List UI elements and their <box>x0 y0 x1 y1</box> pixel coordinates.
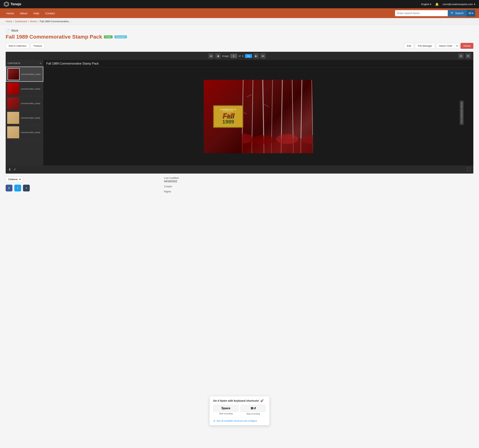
meta-right: Last modified 04/18/2022 Creator Rights <box>164 177 473 195</box>
main-content: 📄 Work Fall 1989 Commemorative Stamp Pac… <box>0 25 479 199</box>
attach-child-group: Attach Child ▾ <box>436 43 459 49</box>
file-manager-button[interactable]: File Manager <box>415 43 435 49</box>
deposited-badge: Deposited <box>114 35 127 38</box>
nav-contact[interactable]: Contact <box>43 10 58 16</box>
user-menu[interactable]: norm@curationexperts.com ▾ <box>443 3 475 6</box>
rights-label: Rights <box>164 190 473 193</box>
page-input[interactable]: 1 <box>230 54 237 58</box>
nav-about[interactable]: About <box>17 10 30 16</box>
viewer-container: ⏮ ◀ Image 1 of 6 Go ▶ ⏭ ⊞ ⚙ CONTENTS « <box>6 52 473 174</box>
notifications-bell[interactable]: 🔔 <box>435 2 439 6</box>
tumblr-button[interactable]: t <box>23 185 30 191</box>
meta-left: Citations: ▾ f t t <box>6 177 164 195</box>
delete-button[interactable]: Delete <box>460 43 473 49</box>
viewer-body: CONTENTS « commemorative_stamp commemora… <box>6 60 473 165</box>
next-page-button[interactable]: ▶ <box>254 53 259 59</box>
attach-child-button[interactable]: Attach Child <box>436 43 455 49</box>
of-label: of <box>239 55 241 57</box>
thumbnail-2[interactable]: commemorative_stamp <box>6 82 43 96</box>
trees-svg <box>242 80 313 153</box>
breadcrumb-dashboard[interactable]: Dashboard <box>15 20 27 23</box>
thumb-label-2: commemorative_stamp <box>21 88 40 90</box>
thumb-img-3 <box>7 97 19 109</box>
thumbnail-5[interactable]: commemorative_stamp <box>6 125 43 140</box>
thumb-label-4: commemorative_stamp <box>21 117 40 119</box>
top-bar-right: English ▾ 🔔 norm@curationexperts.com ▾ <box>421 2 475 6</box>
viewer-sidebar: CONTENTS « commemorative_stamp commemora… <box>6 60 43 165</box>
thumbnail-1[interactable]: commemorative_stamp <box>6 67 43 82</box>
feature-button[interactable]: Feature <box>31 43 45 49</box>
nav-bar: Home About Help Contact 🔍 Search All ▾ <box>0 8 479 18</box>
nav-links: Home About Help Contact <box>4 10 58 16</box>
thumbnail-4[interactable]: commemorative_stamp <box>6 111 43 125</box>
prev-page-button[interactable]: ◀ <box>215 53 220 59</box>
nav-help[interactable]: Help <box>31 10 42 16</box>
citations-button[interactable]: Citations: ▾ <box>6 177 23 182</box>
viewer-image-area: Commemorative Stamp Pack Fall 1989 <box>43 67 473 165</box>
stamp-overlay: Commemorative Stamp Pack Fall 1989 <box>213 105 243 128</box>
action-left: Add to collection Feature <box>6 43 45 49</box>
viewer-toolbar-center: ⏮ ◀ Image 1 of 6 Go ▶ ⏭ <box>208 53 266 59</box>
image-label: Image <box>222 55 229 57</box>
viewer-image: Commemorative Stamp Pack Fall 1989 <box>204 80 313 153</box>
breadcrumb-sep-3: / <box>38 20 39 23</box>
thumb-label-1: commemorative_stamp <box>21 73 41 75</box>
work-title-row: Fall 1989 Commemorative Stamp Pack Publi… <box>6 34 473 40</box>
logo[interactable]: Tenejo <box>4 1 21 7</box>
user-email: norm@curationexperts.com <box>443 3 473 6</box>
edit-button[interactable]: Edit <box>404 43 414 49</box>
public-badge: Public <box>104 35 113 38</box>
breadcrumb-sep-1: / <box>13 20 14 23</box>
search-input[interactable] <box>395 10 448 16</box>
total-pages: 6 <box>242 55 243 57</box>
add-to-collection-button[interactable]: Add to collection <box>6 43 29 49</box>
work-type-label: Work <box>11 29 18 32</box>
go-button[interactable]: Go <box>245 54 252 58</box>
thumb-label-5: commemorative_stamp <box>21 131 40 133</box>
contents-label: CONTENTS <box>7 62 20 64</box>
language-selector[interactable]: English ▾ <box>421 3 431 6</box>
work-header: 📄 Work <box>6 29 473 33</box>
grid-view-button[interactable]: ⊞ <box>458 53 464 59</box>
top-bar: Tenejo English ▾ 🔔 norm@curationexperts.… <box>0 0 479 8</box>
viewer-footer-icons: ⬇ ↗ <box>8 168 16 172</box>
breadcrumb-home[interactable]: Home <box>6 20 12 23</box>
more-information-tab[interactable]: MORE INFORMATION <box>460 101 464 125</box>
stamp-fall: Fall <box>217 112 240 119</box>
last-modified-row: Last modified 04/18/2022 <box>164 177 473 183</box>
nav-home[interactable]: Home <box>4 10 17 16</box>
viewer-toolbar: ⏮ ◀ Image 1 of 6 Go ▶ ⏭ ⊞ ⚙ <box>6 52 473 60</box>
breadcrumb-works[interactable]: Works <box>30 20 37 23</box>
twitter-button[interactable]: t <box>14 185 21 191</box>
below-viewer: Citations: ▾ f t t Last modified 04/18/2… <box>6 177 473 195</box>
nav-search-form: 🔍 Search All ▾ <box>395 10 475 17</box>
breadcrumb-current: Fall 1989 Commemorative... <box>40 20 71 23</box>
stamp-year: 1989 <box>217 119 240 125</box>
logo-label: Tenejo <box>11 2 21 6</box>
settings-button[interactable]: ⚙ <box>466 53 471 59</box>
language-dropdown-icon: ▾ <box>430 3 431 6</box>
last-page-button[interactable]: ⏭ <box>260 53 266 59</box>
share-icon[interactable]: ↗ <box>13 168 16 172</box>
breadcrumb-sep-2: / <box>28 20 29 23</box>
sidebar-collapse-button[interactable]: « <box>40 62 41 65</box>
breadcrumb: Home / Dashboard / Works / Fall 1989 Com… <box>6 20 473 23</box>
facebook-button[interactable]: f <box>6 185 13 191</box>
search-all-dropdown[interactable]: All ▾ <box>466 10 475 17</box>
thumb-label-3: commemorative_stamp <box>21 102 40 105</box>
attach-child-dropdown[interactable]: ▾ <box>455 43 459 49</box>
search-button[interactable]: 🔍 Search <box>448 10 466 17</box>
work-title: Fall 1989 Commemorative Stamp Pack <box>6 34 102 40</box>
first-page-button[interactable]: ⏮ <box>208 53 214 59</box>
viewer-toolbar-right: ⊞ ⚙ <box>458 53 471 59</box>
thumbnail-3[interactable]: commemorative_stamp <box>6 96 43 111</box>
download-icon[interactable]: ⬇ <box>8 168 11 172</box>
fullscreen-button[interactable]: ⛶ <box>467 167 471 172</box>
citations-label: Citations: <box>8 178 18 181</box>
svg-point-18 <box>251 135 275 144</box>
rights-row: Rights <box>164 190 473 193</box>
creator-label: Creator <box>164 185 473 188</box>
svg-marker-1 <box>5 3 8 6</box>
viewer-main-title: Fall 1989 Commemorative Stamp Pack <box>43 60 473 67</box>
creator-row: Creator <box>164 185 473 188</box>
